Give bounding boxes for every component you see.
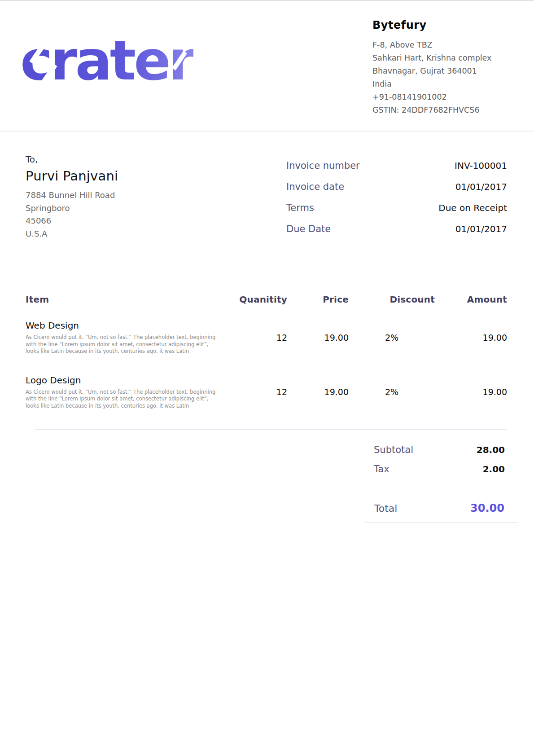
item-cell: Web Design As Cicero would put it, “Um, … [26,320,236,355]
customer-name: Purvi Panjvani [26,168,214,184]
customer-address-line: 7884 Bunnel Hill Road [26,189,214,202]
invoice-page: { "colors": { "accent": "#5b51e0", "labe… [0,0,534,756]
grand-total-label: Total [374,503,397,514]
due-date-label: Due Date [286,224,331,234]
invoice-date-value: 01/01/2017 [455,181,507,192]
item-price: 19.00 [287,387,349,397]
customer-address-line: Springboro [26,202,214,215]
company-address-line: Sahkari Hart, Krishna complex [372,52,507,65]
company-gstin: GSTIN: 24DDF7682FHVCS6 [372,104,507,117]
due-date-value: 01/01/2017 [455,224,507,234]
invoice-date-label: Invoice date [286,181,344,192]
company-phone: +91-08141901002 [372,91,507,104]
invoice-info-section: To, Purvi Panjvani 7884 Bunnel Hill Road… [0,132,534,245]
item-quantity: 12 [236,387,287,397]
invoice-date-row: Invoice date 01/01/2017 [286,181,507,192]
bill-to-block: To, Purvi Panjvani 7884 Bunnel Hill Road… [26,154,214,245]
customer-address-line: U.S.A [26,228,214,241]
column-header-price: Price [287,294,349,305]
item-cell: Logo Design As Cicero would put it, “Um,… [26,375,236,410]
company-name: Bytefury [372,19,507,31]
item-amount: 19.00 [435,333,507,343]
item-discount: 2% [349,333,435,343]
crater-logo: crater [20,33,193,88]
item-name: Web Design [26,320,222,331]
column-header-quantity: Quanitity [236,294,287,305]
subtotal-value: 28.00 [477,444,505,455]
tax-value: 2.00 [483,464,505,475]
subtotal-row: Subtotal 28.00 [365,444,518,455]
column-header-discount: Discount [349,294,435,305]
table-row: Logo Design As Cicero would put it, “Um,… [26,375,507,410]
invoice-number-label: Invoice number [286,160,360,171]
totals-section: Subtotal 28.00 Tax 2.00 Total 30.00 [0,444,534,523]
grand-total-value: 30.00 [470,502,504,514]
column-header-item: Item [26,294,236,305]
item-discount: 2% [349,387,435,397]
table-row: Web Design As Cicero would put it, “Um, … [26,320,507,355]
due-date-row: Due Date 01/01/2017 [286,224,507,234]
bill-to-intro: To, [26,154,214,165]
subtotal-label: Subtotal [374,444,413,455]
company-address-line: F-8, Above TBZ [372,39,507,52]
company-address-line: Bhavnagar, Gujrat 364001 [372,65,507,78]
grand-total-box: Total 30.00 [365,494,518,523]
customer-address-line: 45066 [26,215,214,228]
company-info: Bytefury F-8, Above TBZ Sahkari Hart, Kr… [372,19,507,117]
item-description: As Cicero would put it, “Um, not so fast… [26,389,219,410]
totals-divider [35,429,507,430]
item-price: 19.00 [287,333,349,343]
tax-row: Tax 2.00 [365,464,518,475]
items-table-header: Item Quanitity Price Discount Amount [26,294,507,305]
column-header-amount: Amount [435,294,507,305]
item-amount: 19.00 [435,387,507,397]
items-table: Item Quanitity Price Discount Amount Web… [0,294,534,409]
item-name: Logo Design [26,375,222,386]
company-address-line: India [372,78,507,91]
terms-label: Terms [286,202,314,213]
item-description: As Cicero would put it, “Um, not so fast… [26,334,219,355]
invoice-meta-block: Invoice number INV-100001 Invoice date 0… [286,160,507,245]
terms-value: Due on Receipt [438,202,507,213]
item-quantity: 12 [236,333,287,343]
invoice-number-row: Invoice number INV-100001 [286,160,507,171]
terms-row: Terms Due on Receipt [286,202,507,213]
invoice-header: crater Bytefury F-8, Above TBZ Sahkari H… [0,1,534,132]
tax-label: Tax [374,464,390,475]
invoice-number-value: INV-100001 [455,160,507,171]
